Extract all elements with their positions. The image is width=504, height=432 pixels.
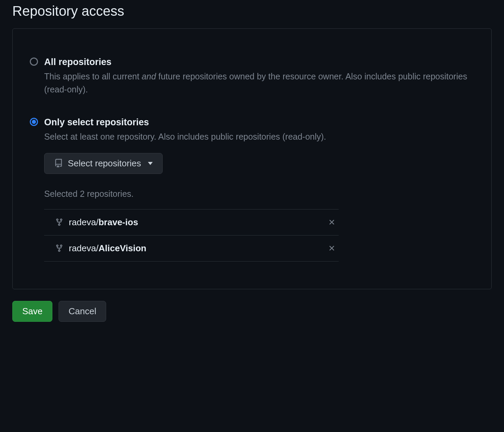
repo-item: radeva/AliceVision — [44, 235, 339, 262]
remove-repo-icon[interactable] — [328, 244, 336, 252]
repo-name: radeva/AliceVision — [69, 243, 146, 254]
repo-repo: AliceVision — [99, 243, 147, 253]
option-all-desc-before: This applies to all current — [44, 72, 142, 81]
select-repositories-button[interactable]: Select repositories — [44, 153, 163, 174]
radio-all-repositories[interactable] — [30, 58, 38, 66]
option-all-body: All repositories This applies to all cur… — [44, 56, 474, 96]
repository-access-panel: All repositories This applies to all cur… — [12, 28, 492, 289]
button-row: Save Cancel — [12, 301, 492, 322]
fork-icon — [55, 218, 63, 226]
fork-icon — [55, 244, 63, 252]
selected-count: Selected 2 repositories. — [44, 189, 474, 199]
option-select-repositories[interactable]: Only select repositories Select at least… — [30, 116, 474, 262]
repo-repo: brave-ios — [99, 217, 138, 227]
option-all-label: All repositories — [44, 56, 474, 68]
option-select-label: Only select repositories — [44, 116, 474, 128]
select-repositories-label: Select repositories — [68, 158, 141, 169]
selected-repo-list: radeva/brave-ios radeva/AliceVision — [44, 209, 339, 262]
option-select-description: Select at least one repository. Also inc… — [44, 130, 474, 143]
cancel-button[interactable]: Cancel — [59, 301, 106, 322]
remove-repo-icon[interactable] — [328, 218, 336, 226]
option-all-desc-em: and — [142, 72, 156, 81]
repo-item-left: radeva/AliceVision — [55, 243, 146, 254]
repo-owner: radeva/ — [69, 243, 99, 253]
repo-name: radeva/brave-ios — [69, 217, 138, 228]
caret-down-icon — [148, 162, 153, 165]
option-all-repositories[interactable]: All repositories This applies to all cur… — [30, 56, 474, 96]
radio-select-repositories[interactable] — [30, 118, 38, 126]
option-all-description: This applies to all current and future r… — [44, 70, 474, 96]
repo-item: radeva/brave-ios — [44, 209, 339, 235]
page-title: Repository access — [12, 3, 492, 19]
repo-owner: radeva/ — [69, 217, 99, 227]
repo-item-left: radeva/brave-ios — [55, 217, 138, 228]
option-select-body: Only select repositories Select at least… — [44, 116, 474, 262]
repo-icon — [54, 159, 63, 168]
save-button[interactable]: Save — [12, 301, 52, 322]
